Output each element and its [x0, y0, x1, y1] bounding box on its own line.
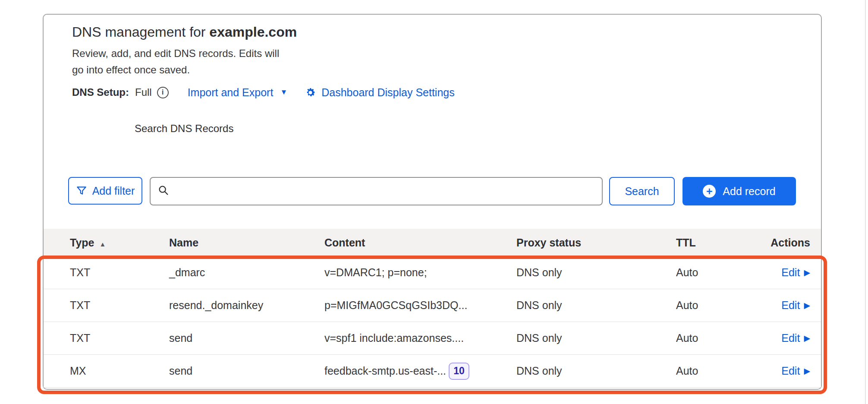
page-title-domain: example.com	[209, 24, 297, 40]
add-filter-button[interactable]: Add filter	[68, 177, 142, 205]
cell-content: p=MIGfMA0GCSqGSIb3DQ...	[324, 299, 516, 312]
edit-record-link[interactable]: Edit▶	[781, 299, 810, 312]
edit-record-link[interactable]: Edit▶	[781, 266, 810, 279]
cell-ttl: Auto	[676, 266, 761, 279]
page-subtitle: Review, add, and edit DNS records. Edits…	[72, 45, 279, 78]
header-proxy-status: Proxy status	[516, 237, 676, 249]
header-name: Name	[169, 237, 324, 249]
cell-name: send	[169, 365, 324, 377]
gear-icon	[305, 87, 316, 98]
cell-content: v=DMARC1; p=none;	[324, 266, 516, 279]
cell-proxy-status: DNS only	[516, 266, 676, 279]
cell-type: TXT	[70, 332, 169, 344]
dashboard-display-settings-link[interactable]: Dashboard Display Settings	[305, 86, 455, 99]
search-button[interactable]: Search	[609, 177, 675, 205]
header-actions: Actions	[761, 237, 810, 249]
page-title: DNS management for example.com	[72, 24, 297, 40]
edit-caret-icon: ▶	[804, 366, 810, 376]
dns-setup-label: DNS Setup:	[72, 86, 129, 98]
import-export-link[interactable]: Import and Export▼	[188, 86, 288, 99]
cell-content: v=spf1 include:amazonses....	[324, 332, 516, 344]
table-row: MX send feedback-smtp.us-east-...10 DNS …	[44, 355, 821, 388]
cell-type: TXT	[70, 299, 169, 312]
table-row: TXT _dmarc v=DMARC1; p=none; DNS only Au…	[44, 256, 821, 289]
cell-name: resend._domainkey	[169, 299, 324, 312]
cell-ttl: Auto	[676, 365, 761, 377]
page-title-prefix: DNS management for	[72, 24, 209, 40]
edit-caret-icon: ▶	[804, 300, 810, 310]
search-input-container	[150, 177, 603, 205]
subtitle-line: Review, add, and edit DNS records. Edits…	[72, 45, 279, 62]
add-record-button[interactable]: + Add record	[682, 177, 796, 205]
cell-type: TXT	[70, 266, 169, 279]
edit-caret-icon: ▶	[804, 333, 810, 343]
search-records-label: Search DNS Records	[135, 123, 233, 135]
screen: DNS management for example.com Review, a…	[0, 0, 868, 404]
add-record-label: Add record	[723, 185, 775, 198]
sort-ascending-icon: ▲	[100, 240, 106, 248]
dns-management-card: DNS management for example.com Review, a…	[43, 14, 822, 390]
dns-records-table: Type▲ Name Content Proxy status TTL Acti…	[44, 229, 821, 388]
header-type[interactable]: Type▲	[70, 237, 169, 249]
cell-name: _dmarc	[169, 266, 324, 279]
cell-type: MX	[70, 365, 169, 377]
plus-icon: +	[703, 185, 716, 198]
screen-edge-divider	[865, 0, 866, 404]
search-button-label: Search	[625, 185, 659, 198]
cell-ttl: Auto	[676, 332, 761, 344]
dashboard-display-settings-label: Dashboard Display Settings	[321, 86, 455, 99]
info-icon[interactable]: i	[157, 87, 169, 98]
search-icon	[157, 184, 170, 198]
header-content: Content	[324, 237, 516, 249]
cell-ttl: Auto	[676, 299, 761, 312]
edit-record-link[interactable]: Edit▶	[781, 332, 810, 344]
cell-proxy-status: DNS only	[516, 365, 676, 377]
add-filter-label: Add filter	[92, 185, 135, 197]
search-input[interactable]	[175, 185, 595, 197]
filter-funnel-icon	[76, 185, 87, 196]
table-row: TXT resend._domainkey p=MIGfMA0GCSqGSIb3…	[44, 289, 821, 322]
import-export-label: Import and Export	[188, 86, 274, 99]
dns-setup-row: DNS Setup: Full i Import and Export▼ Das…	[72, 83, 455, 102]
cell-content: feedback-smtp.us-east-...10	[324, 363, 516, 380]
header-ttl: TTL	[676, 237, 761, 249]
table-row: TXT send v=spf1 include:amazonses.... DN…	[44, 322, 821, 355]
table-header-row: Type▲ Name Content Proxy status TTL Acti…	[44, 229, 821, 256]
cell-name: send	[169, 332, 324, 344]
edit-record-link[interactable]: Edit▶	[781, 365, 810, 377]
cell-proxy-status: DNS only	[516, 299, 676, 312]
cell-proxy-status: DNS only	[516, 332, 676, 344]
mx-priority-badge: 10	[449, 363, 469, 380]
dns-setup-value: Full	[135, 86, 152, 98]
chevron-down-icon: ▼	[280, 88, 287, 97]
edit-caret-icon: ▶	[804, 268, 810, 278]
subtitle-line: go into effect once saved.	[72, 62, 279, 78]
